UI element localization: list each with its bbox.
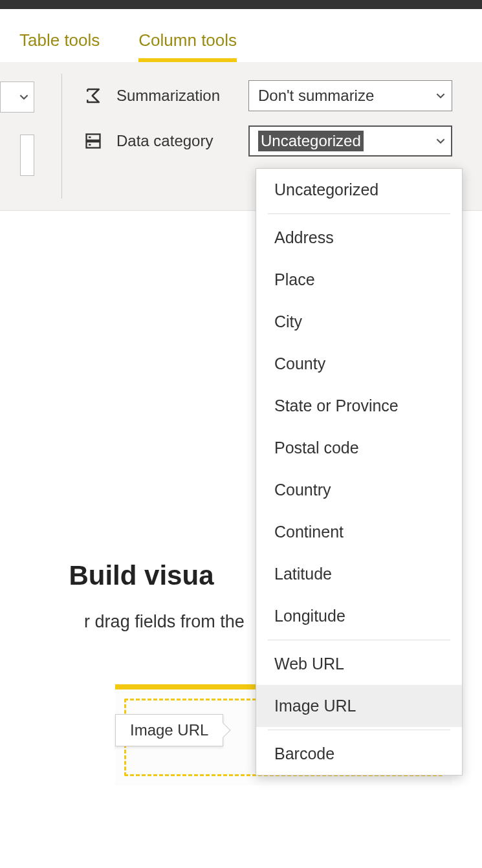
data-category-select[interactable]: Uncategorized bbox=[248, 125, 452, 157]
dropdown-item-barcode[interactable]: Barcode bbox=[256, 733, 462, 775]
window-titlebar bbox=[0, 0, 482, 9]
dropdown-item-place[interactable]: Place bbox=[256, 259, 462, 301]
summarization-label: Summarization bbox=[116, 87, 237, 105]
tab-table-tools[interactable]: Table tools bbox=[0, 15, 119, 62]
data-category-row: Data category Uncategorized bbox=[82, 125, 452, 157]
chevron-down-icon bbox=[19, 92, 28, 102]
dropdown-item-county[interactable]: County bbox=[256, 343, 462, 385]
dropdown-item-latitude[interactable]: Latitude bbox=[256, 553, 462, 595]
dropdown-item-country[interactable]: Country bbox=[256, 469, 462, 511]
summarization-value: Don't summarize bbox=[258, 87, 374, 105]
dropdown-item-postal[interactable]: Postal code bbox=[256, 427, 462, 469]
svg-rect-1 bbox=[87, 142, 100, 147]
dropdown-divider bbox=[268, 730, 450, 730]
dropdown-item-city[interactable]: City bbox=[256, 301, 462, 343]
sigma-icon bbox=[82, 86, 105, 105]
dropdown-item-longitude[interactable]: Longitude bbox=[256, 595, 462, 637]
dropdown-item-weburl[interactable]: Web URL bbox=[256, 643, 462, 685]
truncated-panel[interactable] bbox=[20, 135, 34, 176]
summarization-select[interactable]: Don't summarize bbox=[248, 80, 452, 111]
dropdown-item-continent[interactable]: Continent bbox=[256, 511, 462, 553]
tab-column-tools[interactable]: Column tools bbox=[119, 15, 256, 62]
category-icon bbox=[82, 132, 105, 150]
dropdown-item-uncategorized[interactable]: Uncategorized bbox=[256, 169, 462, 211]
summarization-row: Summarization Don't summarize bbox=[82, 80, 452, 111]
dropdown-item-address[interactable]: Address bbox=[256, 217, 462, 259]
truncated-dropdown[interactable] bbox=[0, 81, 34, 113]
data-category-value: Uncategorized bbox=[258, 131, 364, 151]
dropdown-item-state[interactable]: State or Province bbox=[256, 385, 462, 427]
svg-rect-2 bbox=[89, 136, 91, 138]
ribbon-left-stub bbox=[0, 62, 34, 210]
svg-rect-3 bbox=[89, 144, 91, 146]
dropdown-divider bbox=[268, 213, 450, 214]
data-category-dropdown: Uncategorized Address Place City County … bbox=[256, 168, 463, 776]
svg-rect-0 bbox=[87, 135, 100, 140]
data-category-label: Data category bbox=[116, 132, 237, 150]
drag-tooltip: Image URL bbox=[115, 714, 223, 746]
dropdown-item-imageurl[interactable]: Image URL bbox=[256, 685, 462, 727]
chevron-down-icon bbox=[436, 91, 445, 100]
dropdown-divider bbox=[268, 640, 450, 640]
ribbon-tabs: Table tools Column tools bbox=[0, 9, 482, 62]
chevron-down-icon bbox=[436, 136, 445, 146]
